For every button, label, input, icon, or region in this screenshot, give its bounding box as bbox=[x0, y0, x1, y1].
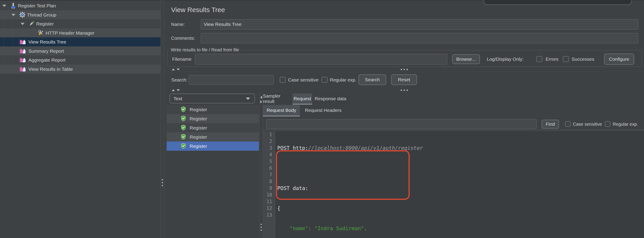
comments-input[interactable] bbox=[201, 33, 638, 43]
successes-checkbox[interactable] bbox=[563, 56, 569, 62]
result-item-selected[interactable]: Register bbox=[166, 142, 259, 151]
line-number: 5 bbox=[263, 158, 275, 165]
listener-chart-icon bbox=[19, 38, 26, 45]
listener-chart-icon bbox=[19, 56, 26, 63]
line-number: 13 bbox=[263, 212, 275, 218]
browse-button[interactable]: Browse... bbox=[452, 54, 480, 64]
line-number: 7 bbox=[263, 172, 275, 178]
tree-item-summary-report[interactable]: Summary Report bbox=[0, 46, 160, 56]
line-number: 1 bbox=[263, 131, 275, 138]
request-body-viewer[interactable]: 1 2 3 4 5 6 7 8 9 10 11 12 13 POST http:… bbox=[263, 131, 644, 238]
result-item[interactable]: Register bbox=[166, 114, 259, 123]
expand-triangle-icon[interactable] bbox=[20, 23, 24, 25]
splitter-handle-dots-icon[interactable] bbox=[401, 69, 408, 70]
success-shield-icon bbox=[180, 106, 186, 113]
search-splitter-bar[interactable] bbox=[164, 67, 644, 72]
collapse-up-icon[interactable] bbox=[172, 89, 175, 91]
annotation-highlight-box bbox=[276, 150, 410, 200]
find-button[interactable]: Find bbox=[542, 120, 559, 129]
listener-chart-icon bbox=[19, 47, 26, 54]
collapse-up-icon[interactable] bbox=[172, 68, 175, 70]
line-number: 12 bbox=[263, 205, 275, 212]
search-label: Search: bbox=[171, 77, 188, 83]
search-button[interactable]: Search bbox=[358, 74, 386, 85]
write-results-group-title: Write results to file / Read from file bbox=[169, 47, 241, 52]
reset-button[interactable]: Reset bbox=[391, 74, 417, 85]
collapse-left-icon[interactable] bbox=[260, 96, 262, 99]
collapse-right-icon[interactable] bbox=[260, 100, 262, 103]
find-regex-checkbox[interactable] bbox=[605, 121, 610, 127]
tree-guide-line bbox=[13, 19, 13, 74]
tree-item-register-sampler[interactable]: Register bbox=[0, 19, 160, 28]
collapse-down-icon[interactable] bbox=[177, 68, 180, 70]
tab-request[interactable]: Request bbox=[292, 94, 312, 105]
line-number: 9 bbox=[263, 185, 275, 192]
splitter-handle-dots-icon[interactable] bbox=[401, 89, 408, 91]
results-splitter-bar[interactable] bbox=[164, 88, 644, 93]
tree-item-label: Summary Report bbox=[28, 46, 64, 56]
result-item[interactable]: Register bbox=[166, 132, 259, 142]
line-number: 8 bbox=[263, 178, 275, 185]
result-item-label: Register bbox=[190, 105, 207, 114]
expand-triangle-icon[interactable] bbox=[12, 14, 16, 16]
code-line: "name": "Indra Sudirman", bbox=[277, 225, 423, 232]
result-item[interactable]: Register bbox=[166, 123, 259, 132]
tree-item-label: View Results Tree bbox=[28, 37, 66, 46]
listener-chart-icon bbox=[19, 66, 26, 72]
jmeter-window: Register Test Plan Thread Group bbox=[0, 0, 644, 238]
search-case-sensitive-checkbox[interactable] bbox=[280, 77, 286, 83]
name-label: Name: bbox=[171, 22, 185, 27]
find-input[interactable] bbox=[266, 119, 537, 129]
result-item-label: Register bbox=[190, 123, 207, 132]
success-shield-icon bbox=[180, 143, 186, 149]
tree-item-view-results-tree[interactable]: View Results Tree bbox=[0, 37, 160, 46]
configure-button[interactable]: Configure bbox=[604, 54, 634, 65]
successes-label: Successes bbox=[572, 56, 594, 62]
errors-checkbox[interactable] bbox=[536, 56, 542, 62]
result-item-label: Register bbox=[190, 114, 207, 123]
tree-item-thread-group[interactable]: Thread Group bbox=[0, 10, 160, 19]
tree-item-http-header-manager[interactable]: HTTP Header Manager bbox=[0, 28, 160, 37]
results-view-selector[interactable]: Text bbox=[170, 94, 255, 103]
splitter-handle-dots-icon[interactable] bbox=[162, 179, 163, 186]
line-number: 3 bbox=[263, 145, 275, 151]
expand-triangle-icon[interactable] bbox=[2, 5, 6, 7]
thread-group-gear-icon bbox=[19, 11, 26, 18]
success-shield-icon bbox=[180, 134, 186, 140]
line-number: 6 bbox=[263, 165, 275, 172]
search-regex-checkbox[interactable] bbox=[322, 77, 328, 83]
line-number: 4 bbox=[263, 151, 275, 158]
tree-item-label: Thread Group bbox=[27, 10, 56, 19]
results-detail-splitter[interactable] bbox=[260, 93, 263, 238]
tab-request-body[interactable]: Request Body bbox=[263, 105, 300, 117]
splitter-handle-dots-icon[interactable] bbox=[260, 224, 262, 231]
find-regex-label: Regular exp. bbox=[613, 122, 638, 127]
filename-label: Filename bbox=[172, 56, 192, 62]
tab-request-headers[interactable]: Request Headers bbox=[300, 105, 346, 115]
tree-item-label: View Results in Table bbox=[28, 64, 73, 74]
main-splitter[interactable] bbox=[160, 0, 164, 238]
name-input[interactable] bbox=[201, 19, 638, 29]
tab-sampler-result[interactable]: Sampler result bbox=[263, 94, 292, 104]
result-item[interactable]: Register bbox=[166, 105, 259, 114]
test-plan-flask-icon bbox=[10, 2, 16, 9]
line-number: 2 bbox=[263, 138, 275, 145]
collapse-down-icon[interactable] bbox=[177, 89, 180, 91]
success-shield-icon bbox=[180, 125, 186, 131]
find-case-sensitive-checkbox[interactable] bbox=[565, 121, 571, 127]
tree-item-label: Register Test Plan bbox=[18, 1, 56, 10]
screen-overlay bbox=[484, 0, 632, 5]
page-title: View Results Tree bbox=[171, 6, 225, 14]
filename-input[interactable] bbox=[195, 54, 447, 64]
search-regex-label: Regular exp. bbox=[330, 77, 356, 83]
tree-guide-line bbox=[18, 37, 18, 73]
line-number-gutter: 1 2 3 4 5 6 7 8 9 10 11 12 13 bbox=[263, 131, 275, 238]
tree-item-aggregate-report[interactable]: Aggregate Report bbox=[0, 55, 160, 64]
tree-item-view-results-in-table[interactable]: View Results in Table bbox=[0, 64, 160, 74]
search-input[interactable] bbox=[189, 75, 274, 85]
tab-response-data[interactable]: Response data bbox=[312, 94, 349, 104]
results-list: Register Register Register Re bbox=[166, 105, 259, 150]
tree-item-label: Aggregate Report bbox=[28, 55, 66, 64]
tree-item-test-plan[interactable]: Register Test Plan bbox=[0, 1, 160, 10]
success-shield-icon bbox=[180, 115, 186, 122]
